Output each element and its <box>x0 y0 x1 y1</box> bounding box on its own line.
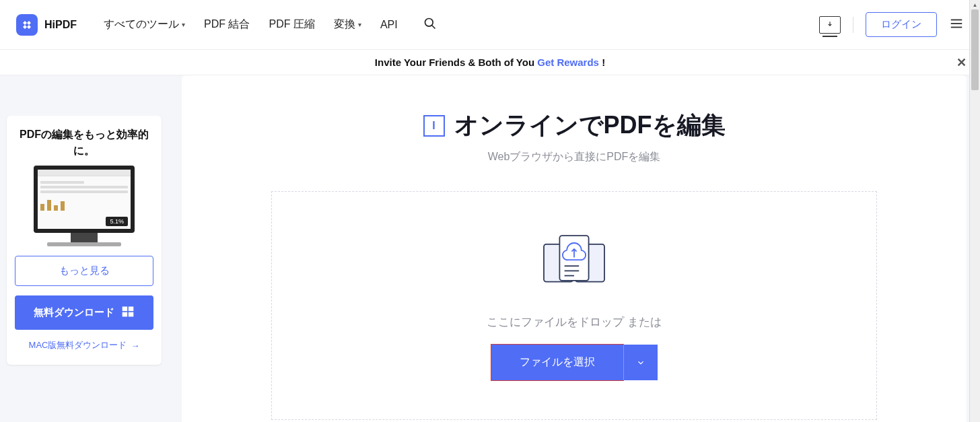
sidebar: PDFの編集をもっと効率的に。 <box>7 116 162 365</box>
nav-compress[interactable]: PDF 圧縮 <box>269 17 314 32</box>
upload-illustration-icon <box>537 231 611 294</box>
banner-link[interactable]: Get Rewards <box>537 57 599 68</box>
nav: すべてのツール ▾ PDF 結合 PDF 圧縮 変換 ▾ API <box>104 17 437 33</box>
free-download-button[interactable]: 無料ダウンロード <box>15 295 153 330</box>
scroll-up-icon[interactable]: ▲ <box>970 0 980 9</box>
nav-label: すべてのツール <box>104 17 179 32</box>
choose-file-button[interactable]: ファイルを選択 <box>491 345 623 380</box>
scrollbar-thumb[interactable] <box>971 9 979 90</box>
svg-line-1 <box>431 25 435 28</box>
file-button-group: ファイルを選択 <box>491 345 658 380</box>
dropzone[interactable]: ここにファイルをドロップ または ファイルを選択 <box>271 191 877 420</box>
scrollbar[interactable]: ▲ <box>969 0 980 422</box>
mac-link-label: MAC版無料ダウンロード <box>29 339 127 351</box>
login-button[interactable]: ログイン <box>866 12 937 37</box>
edit-text-icon: I <box>423 115 445 137</box>
page-title: オンラインでPDFを編集 <box>454 109 726 142</box>
nav-all-tools[interactable]: すべてのツール ▾ <box>104 17 185 32</box>
chevron-down-icon: ▾ <box>182 21 185 28</box>
chevron-down-icon: ▾ <box>358 21 361 28</box>
nav-api[interactable]: API <box>380 19 398 31</box>
promo-banner: Invite Your Friends & Both of You Get Re… <box>0 50 980 75</box>
monitor-badge: 5.1% <box>106 217 128 226</box>
download-desktop-icon[interactable] <box>819 16 841 34</box>
nav-label: 変換 <box>334 17 355 32</box>
header: HiPDF すべてのツール ▾ PDF 結合 PDF 圧縮 変換 ▾ API ロ… <box>0 0 980 50</box>
svg-rect-6 <box>129 307 134 312</box>
divider <box>853 17 853 33</box>
see-more-button[interactable]: もっと見る <box>15 256 153 286</box>
mac-download-link[interactable]: MAC版無料ダウンロード → <box>29 339 140 351</box>
header-right: ログイン <box>819 12 964 37</box>
logo[interactable]: HiPDF <box>16 14 77 36</box>
drop-text: ここにファイルをドロップ または <box>487 314 662 330</box>
choose-file-dropdown[interactable] <box>623 345 658 380</box>
sidebar-title: PDFの編集をもっと効率的に。 <box>15 127 153 159</box>
arrow-right-icon: → <box>131 341 139 351</box>
logo-text: HiPDF <box>44 19 77 31</box>
free-download-label: 無料ダウンロード <box>34 306 114 319</box>
chevron-down-icon <box>636 358 645 367</box>
menu-icon[interactable] <box>949 16 964 34</box>
svg-rect-5 <box>123 307 128 312</box>
svg-rect-7 <box>123 312 128 317</box>
page: PDFの編集をもっと効率的に。 <box>0 75 980 422</box>
title-row: I オンラインでPDFを編集 <box>202 109 946 142</box>
svg-rect-8 <box>129 312 134 317</box>
logo-icon <box>16 14 38 36</box>
search-icon[interactable] <box>423 17 437 33</box>
svg-point-0 <box>425 18 433 26</box>
close-icon[interactable]: ✕ <box>956 55 967 70</box>
subtitle: Webブラウザから直接にPDFを編集 <box>202 150 946 164</box>
monitor-illustration: 5.1% <box>15 166 153 246</box>
nav-convert[interactable]: 変換 ▾ <box>334 17 361 32</box>
banner-suffix: ! <box>599 57 605 68</box>
banner-prefix: Invite Your Friends & Both of You <box>375 57 537 68</box>
main-panel: I オンラインでPDFを編集 Webブラウザから直接にPDFを編集 ここにファイ… <box>182 75 967 422</box>
header-left: HiPDF すべてのツール ▾ PDF 結合 PDF 圧縮 変換 ▾ API <box>16 14 437 36</box>
nav-merge[interactable]: PDF 結合 <box>204 17 250 32</box>
windows-icon <box>121 305 135 320</box>
